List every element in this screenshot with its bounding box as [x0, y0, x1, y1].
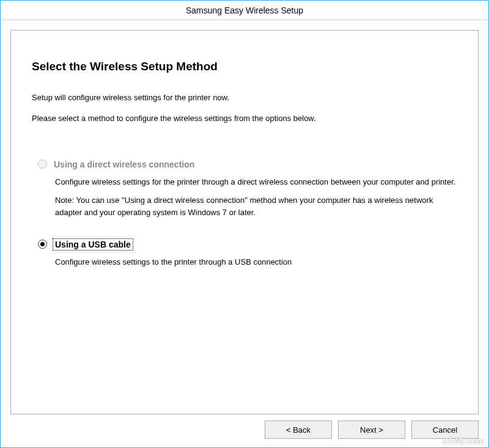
option-direct-label: Using a direct wireless connection	[54, 160, 194, 169]
intro-text-2: Please select a method to configure the …	[32, 112, 457, 125]
option-usb-desc: Configure wireless settings to the print…	[55, 256, 457, 268]
option-direct-header: Using a direct wireless connection	[37, 158, 457, 170]
app-window: Samsung Easy Wireless Setup Select the W…	[0, 0, 489, 448]
next-button[interactable]: Next >	[338, 420, 405, 439]
main-area: Select the Wireless Setup Method Setup w…	[1, 20, 488, 447]
page-heading: Select the Wireless Setup Method	[32, 60, 457, 73]
radio-icon	[38, 240, 47, 249]
option-usb-header[interactable]: Using a USB cable	[37, 238, 457, 250]
window-title: Samsung Easy Wireless Setup	[186, 6, 303, 15]
option-usb-label[interactable]: Using a USB cable	[54, 240, 132, 249]
option-direct-wireless: Using a direct wireless connection Confi…	[32, 158, 457, 219]
button-row: < Back Next > Cancel	[10, 420, 479, 439]
option-usb-cable[interactable]: Using a USB cable Configure wireless set…	[32, 238, 457, 268]
back-button[interactable]: < Back	[265, 420, 332, 439]
watermark-text: LO4D.com	[443, 436, 484, 446]
option-direct-note: Note: You can use "Using a direct wirele…	[55, 194, 457, 219]
option-direct-desc: Configure wireless settings for the prin…	[55, 176, 457, 188]
intro-text-1: Setup will configure wireless settings f…	[32, 92, 457, 104]
titlebar: Samsung Easy Wireless Setup	[1, 1, 488, 20]
radio-usb-cable[interactable]	[37, 238, 48, 250]
options-area: Using a direct wireless connection Confi…	[32, 158, 457, 269]
radio-icon	[38, 160, 47, 169]
radio-direct-wireless	[37, 158, 48, 170]
content-frame: Select the Wireless Setup Method Setup w…	[10, 30, 479, 414]
